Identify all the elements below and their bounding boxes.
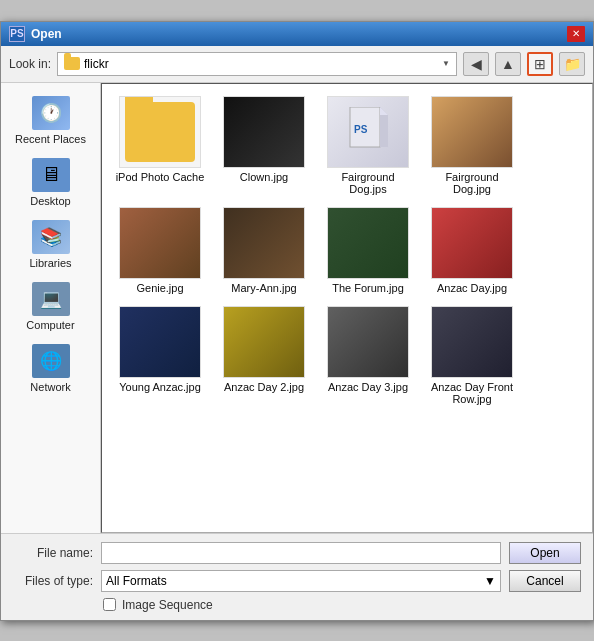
combo-arrow-icon: ▼ xyxy=(442,59,450,68)
file-name-the-forum: The Forum.jpg xyxy=(332,282,404,294)
open-button[interactable]: Open xyxy=(509,542,581,564)
files-of-type-combo[interactable]: All Formats ▼ xyxy=(101,570,501,592)
create-folder-button[interactable]: 📁 xyxy=(559,52,585,76)
file-thumb-fairground-dog-jps: PS xyxy=(327,96,409,168)
folder-icon xyxy=(64,57,80,70)
svg-text:PS: PS xyxy=(354,124,368,135)
recent-places-icon xyxy=(31,95,71,131)
file-item-anzac-day-front[interactable]: Anzac Day Front Row.jpg xyxy=(422,302,522,409)
file-thumb-the-forum xyxy=(327,207,409,279)
ps-doc-icon: PS xyxy=(348,107,388,157)
sidebar-item-libraries[interactable]: 📚 Libraries xyxy=(7,215,95,273)
recent-places-img xyxy=(32,96,70,130)
filetype-combo-arrow-icon: ▼ xyxy=(484,574,496,588)
sidebar: Recent Places 🖥 Desktop 📚 Libraries 💻 Co… xyxy=(1,83,101,533)
files-of-type-value: All Formats xyxy=(106,574,167,588)
view-button[interactable]: ⊞ xyxy=(527,52,553,76)
sidebar-item-libraries-label: Libraries xyxy=(29,257,71,269)
file-thumb-genie xyxy=(119,207,201,279)
computer-img: 💻 xyxy=(32,282,70,316)
file-name-mary-ann: Mary-Ann.jpg xyxy=(231,282,296,294)
toolbar: Look in: flickr ▼ ◀ ▲ ⊞ 📁 xyxy=(1,46,593,83)
folder-icon-ipod-cache xyxy=(125,102,195,162)
file-name-clown: Clown.jpg xyxy=(240,171,288,183)
file-item-anzac-day-3[interactable]: Anzac Day 3.jpg xyxy=(318,302,418,409)
sidebar-item-network[interactable]: 🌐 Network xyxy=(7,339,95,397)
title-bar: PS Open ✕ xyxy=(1,22,593,46)
svg-marker-2 xyxy=(380,107,388,115)
file-thumb-fairground-dog-jpg xyxy=(431,96,513,168)
desktop-img: 🖥 xyxy=(32,158,70,192)
current-folder-label: flickr xyxy=(84,57,109,71)
file-name-genie: Genie.jpg xyxy=(136,282,183,294)
filetype-row: Files of type: All Formats ▼ Cancel xyxy=(13,570,581,592)
file-grid[interactable]: iPod Photo CacheClown.jpgPSFairground Do… xyxy=(101,83,593,533)
file-name-fairground-dog-jps: Fairground Dog.jps xyxy=(322,171,414,195)
back-button[interactable]: ◀ xyxy=(463,52,489,76)
file-item-ipod-cache[interactable]: iPod Photo Cache xyxy=(110,92,210,199)
computer-icon: 💻 xyxy=(31,281,71,317)
image-sequence-row: Image Sequence xyxy=(103,598,581,612)
image-sequence-checkbox[interactable] xyxy=(103,598,116,611)
file-name-young-anzac: Young Anzac.jpg xyxy=(119,381,201,393)
file-item-anzac-day-2[interactable]: Anzac Day 2.jpg xyxy=(214,302,314,409)
sidebar-item-computer-label: Computer xyxy=(26,319,74,331)
file-name-anzac-day-3: Anzac Day 3.jpg xyxy=(328,381,408,393)
file-thumb-ipod-cache xyxy=(119,96,201,168)
file-item-fairground-dog-jps[interactable]: PSFairground Dog.jps xyxy=(318,92,418,199)
desktop-icon: 🖥 xyxy=(31,157,71,193)
file-thumb-anzac-day-2 xyxy=(223,306,305,378)
file-name-ipod-cache: iPod Photo Cache xyxy=(116,171,205,183)
file-name-label: File name: xyxy=(13,546,93,560)
close-button[interactable]: ✕ xyxy=(567,26,585,42)
file-thumb-clown xyxy=(223,96,305,168)
sidebar-item-recent-places-label: Recent Places xyxy=(15,133,86,145)
ps-app-icon: PS xyxy=(9,26,25,42)
file-item-mary-ann[interactable]: Mary-Ann.jpg xyxy=(214,203,314,298)
libraries-img: 📚 xyxy=(32,220,70,254)
sidebar-item-computer[interactable]: 💻 Computer xyxy=(7,277,95,335)
sidebar-item-network-label: Network xyxy=(30,381,70,393)
sidebar-item-desktop[interactable]: 🖥 Desktop xyxy=(7,153,95,211)
file-name-input[interactable] xyxy=(101,542,501,564)
dialog-title: Open xyxy=(31,27,62,41)
files-of-type-label: Files of type: xyxy=(13,574,93,588)
file-item-the-forum[interactable]: The Forum.jpg xyxy=(318,203,418,298)
look-in-combo[interactable]: flickr ▼ xyxy=(57,52,457,76)
file-name-anzac-day-front: Anzac Day Front Row.jpg xyxy=(426,381,518,405)
file-thumb-anzac-day-front xyxy=(431,306,513,378)
sidebar-item-recent-places[interactable]: Recent Places xyxy=(7,91,95,149)
content-area: Recent Places 🖥 Desktop 📚 Libraries 💻 Co… xyxy=(1,83,593,533)
file-thumb-anzac-day xyxy=(431,207,513,279)
sidebar-item-desktop-label: Desktop xyxy=(30,195,70,207)
file-name-fairground-dog-jpg: Fairground Dog.jpg xyxy=(426,171,518,195)
network-img: 🌐 xyxy=(32,344,70,378)
file-thumb-anzac-day-3 xyxy=(327,306,409,378)
open-dialog: PS Open ✕ Look in: flickr ▼ ◀ ▲ ⊞ 📁 Rece… xyxy=(0,21,594,621)
file-item-anzac-day[interactable]: Anzac Day.jpg xyxy=(422,203,522,298)
file-item-genie[interactable]: Genie.jpg xyxy=(110,203,210,298)
filename-row: File name: Open xyxy=(13,542,581,564)
look-in-combo-inner: flickr xyxy=(64,57,109,71)
image-sequence-label: Image Sequence xyxy=(122,598,213,612)
file-thumb-young-anzac xyxy=(119,306,201,378)
look-in-label: Look in: xyxy=(9,57,51,71)
bottom-bar: File name: Open Files of type: All Forma… xyxy=(1,533,593,620)
cancel-button[interactable]: Cancel xyxy=(509,570,581,592)
title-bar-left: PS Open xyxy=(9,26,62,42)
up-button[interactable]: ▲ xyxy=(495,52,521,76)
file-name-anzac-day: Anzac Day.jpg xyxy=(437,282,507,294)
file-item-clown[interactable]: Clown.jpg xyxy=(214,92,314,199)
file-item-young-anzac[interactable]: Young Anzac.jpg xyxy=(110,302,210,409)
libraries-icon: 📚 xyxy=(31,219,71,255)
file-thumb-mary-ann xyxy=(223,207,305,279)
network-icon: 🌐 xyxy=(31,343,71,379)
file-item-fairground-dog-jpg[interactable]: Fairground Dog.jpg xyxy=(422,92,522,199)
file-name-anzac-day-2: Anzac Day 2.jpg xyxy=(224,381,304,393)
